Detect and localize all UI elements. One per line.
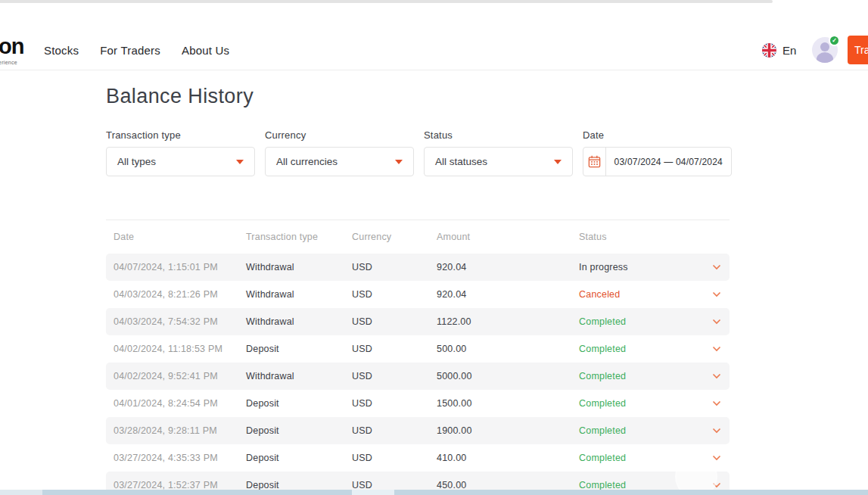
cell-currency: USD [352,398,437,409]
filter-value-transaction-type: All types [117,156,156,167]
cell-transaction-type: Withdrawal [246,371,352,381]
chevron-down-icon [554,160,562,164]
uk-flag-icon [762,43,776,58]
cell-amount: 1900.00 [437,425,579,436]
cell-date: 03/28/2024, 9:28:11 PM [114,425,246,436]
cell-status: In progress [579,262,704,272]
cell-currency: USD [352,425,437,436]
cell-status: Completed [579,371,704,381]
date-filter-label: Date [583,129,732,141]
cell-transaction-type: Deposit [246,425,352,436]
cell-currency: USD [352,453,437,463]
filter-status: StatusAll statuses [424,129,573,176]
cell-status: Completed [579,425,704,436]
column-header-transaction-type: Transaction type [246,232,352,242]
date-range-value: 03/07/2024 — 04/07/2024 [606,148,731,176]
filter-select-currency[interactable]: All currencies [265,147,414,176]
cell-status: Completed [579,344,704,354]
table-header-row: DateTransaction typeCurrencyAmountStatus [106,220,730,254]
filter-label-status: Status [424,129,573,141]
expand-chevron-icon[interactable] [712,319,721,325]
window-bottom-edge-segment [352,490,394,495]
column-header-amount: Amount [437,232,579,242]
cell-currency: USD [352,289,437,300]
filters-row: Transaction typeAll typesCurrencyAll cur… [106,129,732,176]
table-row[interactable]: 03/27/2024, 4:35:33 PMDepositUSD410.00Co… [106,444,730,472]
cell-date: 04/03/2024, 7:54:32 PM [114,316,246,327]
filter-label-transaction-type: Transaction type [106,129,255,141]
nav-link-about-us[interactable]: About Us [182,44,229,57]
filter-select-transaction-type[interactable]: All types [106,147,255,176]
brand-logo-text: on [0,36,23,58]
cell-currency: USD [352,344,437,354]
navbar: on erience StocksFor TradersAbout Us En [0,30,868,70]
cell-amount: 1500.00 [437,398,579,409]
table-row[interactable]: 04/03/2024, 7:54:32 PMWithdrawalUSD1122.… [106,308,730,335]
language-switcher[interactable]: En [762,30,796,70]
select-filters: Transaction typeAll typesCurrencyAll cur… [106,129,573,176]
window-bottom-edge [0,490,868,495]
cell-transaction-type: Deposit [246,344,352,354]
expand-chevron-icon[interactable] [712,455,721,461]
check-icon: ✓ [829,35,840,46]
expand-chevron-icon[interactable] [712,264,721,270]
date-filter: Date 03/07/2024 — 04/07/2024 [583,129,732,176]
cell-transaction-type: Withdrawal [246,316,352,327]
cell-transaction-type: Deposit [246,398,352,409]
filter-currency: CurrencyAll currencies [265,129,414,176]
expand-chevron-icon[interactable] [712,373,721,379]
cell-currency: USD [352,316,437,327]
date-range-picker[interactable]: 03/07/2024 — 04/07/2024 [583,147,732,176]
cell-transaction-type: Withdrawal [246,289,352,300]
language-label: En [782,44,796,57]
cell-status: Completed [579,398,704,409]
expand-chevron-icon[interactable] [712,291,721,297]
filter-label-currency: Currency [265,129,414,141]
cell-amount: 410.00 [437,453,579,463]
cell-amount: 920.04 [437,289,579,300]
filter-transaction-type: Transaction typeAll types [106,129,255,176]
table-row[interactable]: 03/28/2024, 9:28:11 PMDepositUSD1900.00C… [106,417,730,444]
brand-logo-tagline: erience [0,60,23,65]
nav-link-for-traders[interactable]: For Traders [100,44,160,57]
cell-status: Completed [579,316,704,327]
cell-amount: 450.00 [437,480,579,490]
cell-date: 04/01/2024, 8:24:54 PM [114,398,246,409]
cell-transaction-type: Deposit [246,453,352,463]
cell-amount: 5000.00 [437,371,579,381]
expand-chevron-icon[interactable] [712,346,721,352]
cell-currency: USD [352,262,437,272]
table-row[interactable]: 04/02/2024, 9:52:41 PMWithdrawalUSD5000.… [106,363,730,390]
nav-link-stocks[interactable]: Stocks [44,44,79,57]
page-title: Balance History [106,85,254,108]
nav-links: StocksFor TradersAbout Us [44,30,229,70]
cell-transaction-type: Deposit [246,480,352,490]
chevron-down-icon [395,160,403,164]
expand-chevron-icon[interactable] [712,428,721,434]
cell-date: 04/02/2024, 11:18:53 PM [114,344,246,354]
filter-select-status[interactable]: All statuses [424,147,573,176]
table-row[interactable]: 04/02/2024, 11:18:53 PMDepositUSD500.00C… [106,335,730,363]
cell-status: Canceled [579,289,704,300]
cell-amount: 920.04 [437,262,579,272]
table-body: 04/07/2024, 1:15:01 PMWithdrawalUSD920.0… [106,254,730,495]
cell-date: 03/27/2024, 1:52:37 PM [114,480,246,490]
table-row[interactable]: 04/07/2024, 1:15:01 PMWithdrawalUSD920.0… [106,254,730,281]
filter-value-status: All statuses [435,156,487,167]
cell-date: 04/02/2024, 9:52:41 PM [114,371,246,381]
column-header-status: Status [579,232,704,242]
brand-logo[interactable]: on erience [0,36,23,65]
expand-chevron-icon[interactable] [712,400,721,406]
cell-amount: 1122.00 [437,316,579,327]
trade-button[interactable]: Tra [848,36,868,64]
cell-currency: USD [352,480,437,490]
filter-value-currency: All currencies [276,156,338,167]
table-row[interactable]: 04/03/2024, 8:21:26 PMWithdrawalUSD920.0… [106,281,730,308]
cell-date: 04/03/2024, 8:21:26 PM [114,289,246,300]
calendar-icon[interactable] [583,148,606,176]
column-header-date: Date [114,232,246,242]
user-avatar[interactable]: ✓ [812,37,838,63]
table-row[interactable]: 04/01/2024, 8:24:54 PMDepositUSD1500.00C… [106,390,730,417]
cell-amount: 500.00 [437,344,579,354]
cell-date: 04/07/2024, 1:15:01 PM [114,262,246,272]
